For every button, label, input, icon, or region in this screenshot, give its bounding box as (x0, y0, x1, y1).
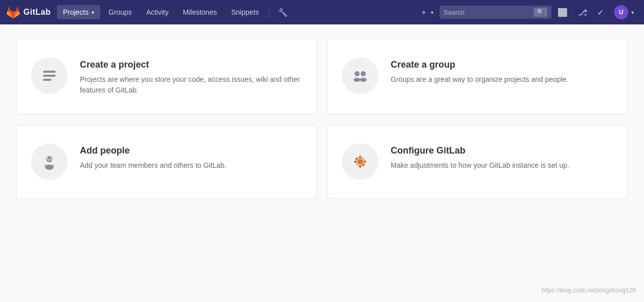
user-avatar-btn[interactable]: U ▾ (610, 2, 638, 22)
navbar: GitLab Projects ▾ Groups Activity Milest… (0, 0, 644, 24)
new-item-btn[interactable]: ＋ ▾ (416, 4, 437, 21)
svg-point-4 (361, 71, 366, 76)
todo-icon: ✓ (597, 8, 604, 17)
card-title-add-people: Add people (80, 145, 300, 156)
svg-point-16 (358, 159, 363, 164)
card-desc-configure-gitlab: Make adjustments to how your GitLab inst… (391, 160, 611, 171)
issues-btn[interactable]: ⬜ (553, 5, 572, 20)
svg-rect-20 (364, 161, 366, 163)
card-content-configure-gitlab: Configure GitLab Make adjustments to how… (391, 143, 611, 171)
svg-point-14 (50, 158, 51, 159)
svg-point-12 (45, 165, 53, 170)
project-icon-wrap (31, 57, 68, 94)
issues-icon: ⬜ (558, 8, 568, 17)
card-title-configure-gitlab: Configure GitLab (391, 145, 611, 156)
card-content-create-project: Create a project Projects are where you … (80, 57, 300, 96)
cards-grid: Create a project Projects are where you … (16, 39, 628, 199)
card-desc-create-project: Projects are where you store your code, … (80, 74, 300, 96)
card-add-people[interactable]: Add people Add your team members and oth… (16, 125, 317, 199)
card-create-group[interactable]: Create a group Groups are a great way to… (327, 39, 628, 114)
main-content: Create a project Projects are where you … (0, 24, 644, 213)
svg-rect-19 (354, 161, 357, 163)
configure-icon-wrap (342, 143, 378, 180)
brand-logo[interactable]: GitLab (6, 5, 51, 19)
card-desc-add-people: Add your team members and others to GitL… (80, 160, 300, 171)
nav-divider (269, 6, 270, 18)
milestones-nav-btn[interactable]: Milestones (177, 5, 223, 19)
card-title-create-group: Create a group (391, 59, 611, 70)
svg-rect-18 (360, 165, 361, 168)
search-box: 🔍 (440, 6, 551, 19)
svg-rect-17 (360, 156, 361, 158)
merge-requests-btn[interactable]: ⎇ (574, 5, 591, 20)
svg-point-5 (359, 75, 361, 77)
svg-point-3 (355, 71, 360, 76)
search-input[interactable] (444, 9, 531, 16)
card-desc-create-group: Groups are a great way to organize proje… (391, 74, 611, 85)
svg-point-13 (47, 158, 48, 159)
snippets-nav-btn[interactable]: Snippets (225, 5, 265, 19)
card-create-project[interactable]: Create a project Projects are where you … (16, 39, 317, 114)
admin-wrench-btn[interactable]: 🔧 (274, 5, 292, 20)
gitlab-logo-icon (6, 5, 20, 19)
card-title-create-project: Create a project (80, 59, 300, 70)
svg-rect-1 (43, 75, 55, 77)
new-chevron-icon: ▾ (431, 10, 433, 15)
wrench-icon: 🔧 (278, 8, 288, 17)
svg-point-8 (359, 81, 362, 83)
search-submit-btn[interactable]: 🔍 (534, 8, 547, 17)
search-icon: 🔍 (537, 9, 544, 16)
activity-nav-btn[interactable]: Activity (140, 5, 174, 19)
card-content-add-people: Add people Add your team members and oth… (80, 143, 300, 171)
people-icon-wrap (31, 143, 68, 180)
watermark: https://blog.csdn.net/xingzhong128 (542, 287, 636, 294)
svg-rect-2 (43, 79, 51, 81)
card-content-create-group: Create a group Groups are a great way to… (391, 57, 611, 85)
groups-nav-btn[interactable]: Groups (102, 5, 138, 19)
merge-icon: ⎇ (578, 8, 587, 17)
avatar-chevron-icon: ▾ (631, 10, 634, 15)
svg-rect-0 (43, 71, 55, 73)
avatar: U (614, 5, 628, 19)
brand-name: GitLab (23, 8, 51, 17)
projects-nav-btn[interactable]: Projects ▾ (57, 5, 101, 19)
group-icon-wrap (342, 57, 378, 94)
projects-chevron-icon: ▾ (92, 10, 94, 15)
todos-btn[interactable]: ✓ (593, 5, 608, 20)
plus-icon: ＋ (420, 7, 428, 18)
card-configure-gitlab[interactable]: Configure GitLab Make adjustments to how… (327, 125, 628, 199)
